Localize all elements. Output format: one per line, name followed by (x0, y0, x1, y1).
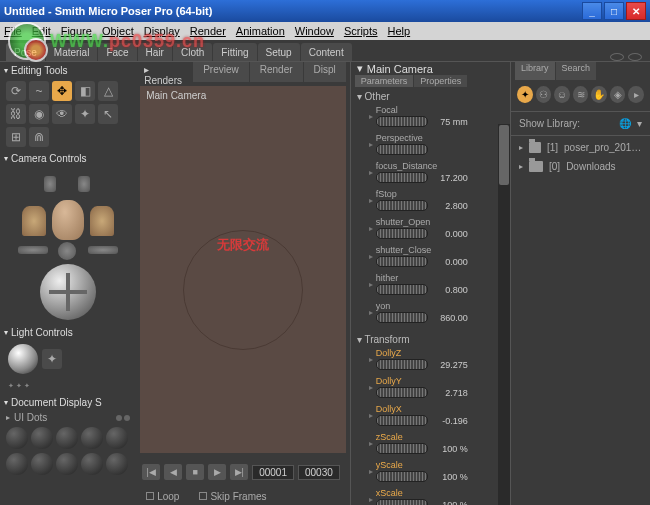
param-expand-icon[interactable]: ▸ (369, 467, 373, 476)
lib-tab-search[interactable]: Search (556, 62, 597, 80)
param-dial[interactable] (376, 471, 428, 482)
editing-tools-header[interactable]: Editing Tools (0, 62, 136, 78)
menu-window[interactable]: Window (295, 25, 334, 37)
light-add-icon[interactable]: ✦ (42, 349, 62, 369)
camera-arm-icon[interactable] (88, 246, 118, 254)
display-style-sphere[interactable] (56, 427, 78, 449)
param-dial[interactable] (376, 312, 428, 323)
tool-rotate[interactable]: ⟳ (6, 81, 26, 101)
param-value[interactable]: 17.200 (432, 173, 468, 183)
param-expand-icon[interactable]: ▸ (369, 168, 373, 177)
param-value[interactable]: 2.800 (432, 201, 468, 211)
param-expand-icon[interactable]: ▸ (369, 140, 373, 149)
frame-end[interactable]: 00030 (298, 465, 340, 480)
timeline-last-button[interactable]: ▶| (230, 464, 248, 480)
menu-display[interactable]: Display (144, 25, 180, 37)
skip-frames-checkbox[interactable] (199, 492, 207, 500)
param-expand-icon[interactable]: ▸ (369, 196, 373, 205)
library-item[interactable]: ▸[1]poser_pro_2014engl (511, 138, 650, 157)
lib-poses-icon[interactable]: ⚇ (536, 86, 552, 103)
eye-icon[interactable] (628, 53, 642, 61)
close-button[interactable]: ✕ (626, 2, 646, 20)
tab-pose[interactable]: Pose (6, 43, 45, 61)
rtab-render[interactable]: Render (250, 62, 303, 82)
tab-cloth[interactable]: Cloth (173, 43, 212, 61)
tab-material[interactable]: Material (46, 43, 98, 61)
param-value[interactable]: 2.718 (432, 388, 468, 398)
param-value[interactable]: 0.800 (432, 285, 468, 295)
loop-checkbox[interactable] (146, 492, 154, 500)
param-expand-icon[interactable]: ▸ (369, 280, 373, 289)
camera-hand-right-icon[interactable] (90, 206, 114, 236)
tool-taper[interactable]: △ (98, 81, 118, 101)
display-style-sphere[interactable] (6, 427, 28, 449)
param-expand-icon[interactable]: ▸ (369, 439, 373, 448)
eye-icon[interactable] (610, 53, 624, 61)
param-value[interactable]: 100 % (432, 500, 468, 506)
display-style-sphere[interactable] (81, 453, 103, 475)
camera-part-icon[interactable] (44, 176, 56, 192)
display-style-sphere[interactable] (6, 453, 28, 475)
menu-file[interactable]: File (4, 25, 22, 37)
timeline-prev-button[interactable]: ◀ (164, 464, 182, 480)
tool-scale[interactable]: ◧ (75, 81, 95, 101)
camera-arm-icon[interactable] (18, 246, 48, 254)
param-expand-icon[interactable]: ▸ (369, 355, 373, 364)
param-value[interactable]: 29.275 (432, 360, 468, 370)
tab-face[interactable]: Face (98, 43, 136, 61)
timeline-stop-button[interactable]: ■ (186, 464, 204, 480)
param-dial[interactable] (376, 284, 428, 295)
viewport[interactable]: Main Camera 无限交流 (140, 86, 346, 453)
param-value[interactable]: 860.00 (432, 313, 468, 323)
library-item[interactable]: ▸[0]Downloads (511, 157, 650, 176)
params-scrollbar[interactable] (498, 124, 510, 505)
camera-visualizer[interactable] (8, 170, 128, 320)
param-dial[interactable] (376, 228, 428, 239)
display-style-sphere[interactable] (106, 427, 128, 449)
tool-direct[interactable]: ↖ (98, 104, 118, 124)
param-value[interactable]: 0.000 (432, 229, 468, 239)
light-trackball[interactable] (8, 344, 38, 374)
param-expand-icon[interactable]: ▸ (369, 495, 373, 504)
minimize-button[interactable]: _ (582, 2, 602, 20)
tool-twist[interactable]: ~ (29, 81, 49, 101)
camera-center-icon[interactable] (58, 242, 76, 260)
display-style-sphere[interactable] (31, 453, 53, 475)
param-dial[interactable] (376, 415, 428, 426)
param-expand-icon[interactable]: ▸ (369, 224, 373, 233)
menu-edit[interactable]: Edit (32, 25, 51, 37)
param-dial[interactable] (376, 443, 428, 454)
param-group-header[interactable]: ▾ Other (357, 89, 504, 104)
light-controls-header[interactable]: Light Controls (0, 324, 136, 340)
lib-tab-library[interactable]: Library (515, 62, 555, 80)
tool-group[interactable]: ⊞ (6, 127, 26, 147)
timeline-play-button[interactable]: ▶ (208, 464, 226, 480)
tool-color[interactable]: ◉ (29, 104, 49, 124)
lib-faces-icon[interactable]: ☺ (554, 86, 570, 103)
param-dial[interactable] (376, 172, 428, 183)
rtab-preview[interactable]: Preview (193, 62, 249, 82)
menu-figure[interactable]: Figure (61, 25, 92, 37)
display-style-sphere[interactable] (106, 453, 128, 475)
camera-controls-header[interactable]: Camera Controls (0, 150, 136, 166)
param-group-header[interactable]: ▾ Transform (357, 332, 504, 347)
tool-chain[interactable]: ⛓ (6, 104, 26, 124)
params-title[interactable]: ▾ Main Camera (351, 62, 510, 75)
camera-trackball[interactable] (40, 264, 96, 320)
lib-more-icon[interactable]: ▸ (628, 86, 644, 103)
param-dial[interactable] (376, 144, 428, 155)
tab-fitting[interactable]: Fitting (213, 43, 256, 61)
renders-label[interactable]: Renders (144, 75, 182, 86)
ptab-properties[interactable]: Properties (414, 75, 467, 87)
display-style-sphere[interactable] (81, 427, 103, 449)
tool-magnet[interactable]: ⋒ (29, 127, 49, 147)
tool-morph[interactable]: ✦ (75, 104, 95, 124)
param-dial[interactable] (376, 256, 428, 267)
lib-props-icon[interactable]: ◈ (610, 86, 626, 103)
tab-content[interactable]: Content (301, 43, 352, 61)
param-value[interactable]: 0.000 (432, 257, 468, 267)
menu-help[interactable]: Help (388, 25, 411, 37)
param-dial[interactable] (376, 200, 428, 211)
lib-hair-icon[interactable]: ≋ (573, 86, 589, 103)
tool-view[interactable]: 👁 (52, 104, 72, 124)
